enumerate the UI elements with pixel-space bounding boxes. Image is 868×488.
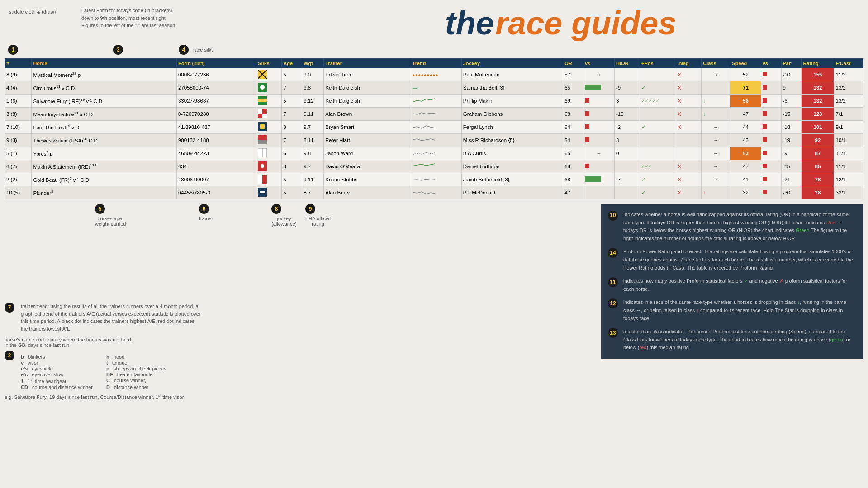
table-row: 7 (10) Feel The Heat19 v D 41/89810-487 … xyxy=(5,121,863,134)
cell-speed: 43 xyxy=(730,134,761,147)
table-row: 8 (9) Mystical Moment28 p 0006-077236 5 … xyxy=(5,68,863,81)
cell-vs2 xyxy=(761,95,781,108)
cell-form: 18006-90007 xyxy=(176,173,256,186)
cell-speed: 41 xyxy=(730,173,761,186)
cell-trainer: Alan Brown xyxy=(324,108,411,121)
cell-par: 9 xyxy=(781,81,802,95)
badge-4-area: 4 race silks xyxy=(179,45,214,55)
svg-rect-21 xyxy=(260,191,265,193)
annotation-12: 12 indicates in a race of the same race … xyxy=(608,298,857,322)
cell-vs2 xyxy=(761,160,781,173)
cell-form: 04455/7805-0 xyxy=(176,186,256,199)
cell-class: ↔ xyxy=(702,134,730,147)
cell-horse: Makin A Statement (IRE)133 xyxy=(32,160,177,173)
cell-pos: ✓ xyxy=(640,173,676,186)
cell-wgt: 8.11 xyxy=(302,134,324,147)
cell-pos: ✓ xyxy=(640,121,676,134)
cell-fcast: 12/1 xyxy=(834,173,863,186)
cell-wgt: 9.8 xyxy=(302,147,324,160)
cell-vs xyxy=(583,173,615,186)
th-fcast: F'Cast xyxy=(834,59,863,68)
cell-rating: 28 xyxy=(802,186,834,199)
cell-trainer: Keith Dalgleish xyxy=(324,81,411,95)
table-row: 1 (6) Salvatore Fury (IRE)19 v ¹ C D 330… xyxy=(5,95,863,108)
cell-wgt: 9.0 xyxy=(302,68,324,81)
th-or: OR xyxy=(563,59,583,68)
cell-par: -6 xyxy=(781,95,802,108)
cell-vs2 xyxy=(761,68,781,81)
cell-jockey: Graham Gibbons xyxy=(461,108,563,121)
legend-grid: b blinkers h hood v visor t tongue e/s e… xyxy=(21,354,178,390)
cell-par: -19 xyxy=(781,134,802,147)
cell-or: 47 xyxy=(563,186,583,199)
cell-vs xyxy=(583,134,615,147)
cell-silks xyxy=(256,186,282,199)
annotation-10: 10 Indicates whether a horse is well han… xyxy=(608,211,857,242)
cell-silks xyxy=(256,173,282,186)
annotation-5: 5 horses age,weight carried xyxy=(95,204,126,227)
cell-trend: ●●●●●●●●● xyxy=(411,68,461,81)
cell-form: 41/89810-487 xyxy=(176,121,256,134)
cell-neg: X xyxy=(676,95,702,108)
cell-trainer: Jason Ward xyxy=(324,147,411,160)
cell-neg: X xyxy=(676,121,702,134)
cell-rating: 132 xyxy=(802,81,834,95)
cell-or: 54 xyxy=(563,134,583,147)
cell-speed: 47 xyxy=(730,160,761,173)
cell-vs xyxy=(583,186,615,199)
cell-fcast: 11/2 xyxy=(834,68,863,81)
cell-or: 68 xyxy=(563,160,583,173)
cell-speed: 53 xyxy=(730,147,761,160)
cell-silks xyxy=(256,108,282,121)
cell-trend xyxy=(411,173,461,186)
th-pos: +Pos xyxy=(640,59,676,68)
cell-num: 2 (2) xyxy=(5,173,32,186)
cell-form: 46509-44223 xyxy=(176,147,256,160)
cell-num: 1 (6) xyxy=(5,95,32,108)
cell-class: ↔ xyxy=(702,121,730,134)
cell-jockey: Jacob Butterfield {3} xyxy=(461,173,563,186)
cell-trainer: David O'Meara xyxy=(324,160,411,173)
cell-or: 68 xyxy=(563,108,583,121)
cell-jockey: Daniel Tudhope xyxy=(461,160,563,173)
cell-horse: Meandmyshadow18 b C D xyxy=(32,108,177,121)
cell-silks xyxy=(256,134,282,147)
cell-vs2 xyxy=(761,81,781,95)
cell-class: ↓ xyxy=(702,95,730,108)
cell-vs2 xyxy=(761,108,781,121)
cell-horse: Circuitous11 v C D xyxy=(32,81,177,95)
cell-or: 69 xyxy=(563,95,583,108)
ann6-text: trainer xyxy=(199,216,213,221)
th-hior: HiOR xyxy=(614,59,640,68)
cell-num: 10 (5) xyxy=(5,186,32,199)
svg-rect-6 xyxy=(258,99,267,102)
cell-silks xyxy=(256,81,282,95)
cell-jockey: Phillip Makin xyxy=(461,95,563,108)
cell-silks xyxy=(256,121,282,134)
cell-form: 33027-98687 xyxy=(176,95,256,108)
cell-par: -21 xyxy=(781,173,802,186)
annotation-6: 6 trainer xyxy=(199,204,213,221)
ann13-text: a faster than class indicator. The horse… xyxy=(623,328,857,352)
cell-rating: 92 xyxy=(802,134,834,147)
cell-pos xyxy=(640,68,676,81)
cell-neg: X xyxy=(676,68,702,81)
cell-hior: -10 xyxy=(614,108,640,121)
cell-neg: X xyxy=(676,108,702,121)
th-neg: -Neg xyxy=(676,59,702,68)
cell-age: 7 xyxy=(282,134,302,147)
ann7-text: trainer trend: using the results of all … xyxy=(21,303,202,332)
cell-or: 64 xyxy=(563,121,583,134)
cell-wgt: 8.7 xyxy=(302,186,324,199)
saddle-cloth-label: saddle cloth & (draw) xyxy=(9,5,81,14)
cell-wgt: 9.7 xyxy=(302,160,324,173)
cell-num: 4 (4) xyxy=(5,81,32,95)
cell-age: 7 xyxy=(282,108,302,121)
th-silks: Silks xyxy=(256,59,282,68)
cell-or: 65 xyxy=(563,81,583,95)
svg-rect-13 xyxy=(258,135,267,140)
badge-1: 1 xyxy=(8,45,20,55)
th-jockey: Jockey xyxy=(461,59,563,68)
cell-trainer: Alan Berry xyxy=(324,186,411,199)
cell-class: ↔ xyxy=(702,147,730,160)
